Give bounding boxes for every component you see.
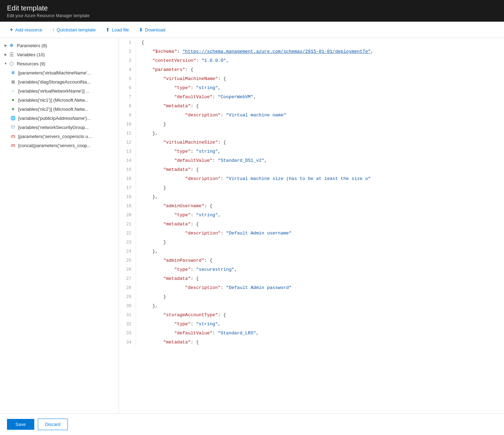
plus-icon: +	[10, 27, 13, 33]
line-number: 7	[119, 93, 136, 102]
line-number: 23	[119, 238, 136, 247]
resources-icon: ⬡	[8, 60, 15, 67]
table-row: 24 },	[119, 247, 504, 256]
table-row: 26 "type": "securestring",	[119, 265, 504, 274]
table-row: 30 },	[119, 302, 504, 311]
line-number: 10	[119, 120, 136, 129]
table-row: 17 }	[119, 183, 504, 193]
footer: Save Discard	[0, 413, 504, 435]
parameters-label: Parameters (8)	[17, 43, 47, 48]
line-content: "metadata": {	[136, 338, 504, 347]
resource-label-2: [variables('virtualNetworkName')] ...	[18, 88, 90, 94]
line-content: "contentVersion": "1.0.0.0",	[136, 56, 504, 65]
line-number: 13	[119, 147, 136, 156]
code-table: 1{2 "$schema": "https://schema.managemen…	[119, 38, 504, 347]
table-row: 22 "description": "Default Admin usernam…	[119, 229, 504, 238]
variables-icon: ☰	[8, 51, 15, 58]
nic1-icon: ■	[10, 97, 16, 103]
header: Edit template Edit your Azure Resource M…	[0, 0, 504, 22]
page-subtitle: Edit your Azure Resource Manager templat…	[7, 13, 497, 18]
line-number: 2	[119, 47, 136, 56]
sidebar-item-parameters[interactable]: ▶ ❄ Parameters (8)	[0, 41, 119, 50]
sidebar-item-resources[interactable]: ▼ ⬡ Resources (9)	[0, 59, 119, 68]
resource-label-8: [concat(parameters('servers_coop...	[18, 143, 91, 148]
upload-icon: ⬆	[106, 27, 110, 32]
line-content: },	[136, 193, 504, 202]
line-number: 11	[119, 129, 136, 138]
parameters-icon: ❄	[8, 42, 15, 49]
parameters-toggle: ▶	[3, 43, 8, 48]
line-number: 21	[119, 220, 136, 229]
table-row: 34 "metadata": {	[119, 338, 504, 347]
add-resource-button[interactable]: + Add resource	[6, 24, 47, 35]
list-item[interactable]: 🖥 [parameters('virtualMachineName'...	[7, 68, 119, 77]
table-row: 9 "description": "Virtual machine name"	[119, 111, 504, 120]
list-item[interactable]: ■ [variables('nic2')] (Microsoft.Netw...	[7, 104, 119, 114]
line-content: "metadata": {	[136, 274, 504, 283]
line-number: 18	[119, 193, 136, 202]
table-row: 15 "metadata": {	[119, 165, 504, 174]
list-item[interactable]: 🗃 [concat(parameters('servers_coop...	[7, 141, 119, 150]
line-content: "defaultValue": "CooperWebVM",	[136, 93, 504, 102]
line-content: }	[136, 120, 504, 129]
quickstart-icon: ↑	[52, 27, 55, 32]
line-number: 6	[119, 84, 136, 93]
line-number: 25	[119, 256, 136, 265]
list-item[interactable]: 🛡 [variables('networkSecurityGroup...	[7, 123, 119, 132]
table-row: 21 "metadata": {	[119, 220, 504, 229]
vm-icon: 🖥	[10, 70, 16, 76]
resource-label-5: [variables('publicIpAddressName')...	[18, 116, 91, 121]
list-item[interactable]: ■ [variables('nic1')] (Microsoft.Netw...	[7, 95, 119, 104]
line-content: "defaultValue": "Standard_DS1_v2",	[136, 156, 504, 165]
list-item[interactable]: 🌐 [variables('publicIpAddressName')...	[7, 114, 119, 123]
resource-label-6: [variables('networkSecurityGroup...	[18, 125, 89, 130]
table-row: 31 "storageAccountType": {	[119, 311, 504, 320]
table-row: 28 "description": "Default Admin passwor…	[119, 283, 504, 292]
resource-label-0: [parameters('virtualMachineName'...	[18, 70, 91, 75]
table-row: 2 "$schema": "https://schema.management.…	[119, 47, 504, 56]
storage-icon: ▦	[10, 79, 16, 85]
line-content: "description": "Default Admin password"	[136, 283, 504, 292]
download-label: Download	[145, 27, 165, 32]
discard-button[interactable]: Discard	[38, 419, 68, 430]
nsg-icon: 🛡	[10, 124, 16, 130]
table-row: 3 "contentVersion": "1.0.0.0",	[119, 56, 504, 65]
add-resource-label: Add resource	[15, 27, 42, 32]
list-item[interactable]: ↔ [variables('virtualNetworkName')] ...	[7, 86, 119, 95]
download-button[interactable]: ⬇ Download	[135, 25, 170, 35]
sidebar: ▶ ❄ Parameters (8) ▶ ☰ Variables (10) ▼ …	[0, 38, 119, 413]
line-number: 1	[119, 38, 136, 47]
line-content: "type": "string",	[136, 84, 504, 93]
vnet-icon: ↔	[10, 88, 16, 94]
table-row: 14 "defaultValue": "Standard_DS1_v2",	[119, 156, 504, 165]
line-content: "virtualMachineName": {	[136, 74, 504, 84]
table-row: 7 "defaultValue": "CooperWebVM",	[119, 93, 504, 102]
line-number: 24	[119, 247, 136, 256]
line-number: 20	[119, 211, 136, 220]
table-row: 29 }	[119, 292, 504, 302]
sql2-icon: 🗃	[10, 142, 16, 148]
list-item[interactable]: ▦ [variables('diagStorageAccountNa...	[7, 77, 119, 86]
resource-label-3: [variables('nic1')] (Microsoft.Netw...	[18, 97, 88, 103]
table-row: 10 }	[119, 120, 504, 129]
save-button[interactable]: Save	[7, 419, 34, 430]
code-editor[interactable]: 1{2 "$schema": "https://schema.managemen…	[119, 38, 504, 413]
list-item[interactable]: 🗃 [parameters('servers_coopersclo u...	[7, 132, 119, 141]
line-content: "$schema": "https://schema.management.az…	[136, 47, 504, 56]
table-row: 27 "metadata": {	[119, 274, 504, 283]
line-content: "virtualMachineSize": {	[136, 138, 504, 147]
table-row: 18 },	[119, 193, 504, 202]
load-file-button[interactable]: ⬆ Load file	[101, 25, 133, 35]
sidebar-item-variables[interactable]: ▶ ☰ Variables (10)	[0, 50, 119, 59]
line-content: "storageAccountType": {	[136, 311, 504, 320]
main-content: ▶ ❄ Parameters (8) ▶ ☰ Variables (10) ▼ …	[0, 38, 504, 413]
table-row: 1{	[119, 38, 504, 47]
resource-label-1: [variables('diagStorageAccountNa...	[18, 79, 91, 85]
table-row: 13 "type": "string",	[119, 147, 504, 156]
line-number: 4	[119, 65, 136, 74]
line-number: 9	[119, 111, 136, 120]
quickstart-template-button[interactable]: ↑ Quickstart template	[48, 25, 100, 35]
line-content: }	[136, 183, 504, 193]
table-row: 11 },	[119, 129, 504, 138]
table-row: 20 "type": "string",	[119, 211, 504, 220]
